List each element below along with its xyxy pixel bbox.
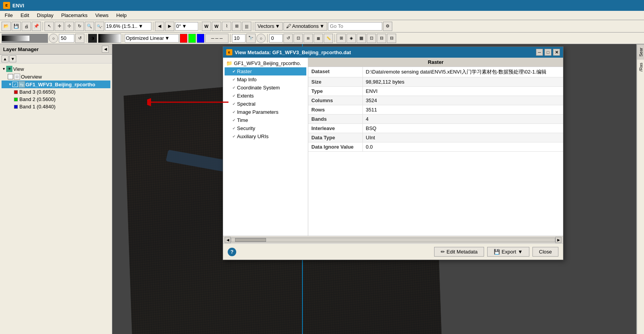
line-btn[interactable]: ⌇ <box>222 22 231 31</box>
goto-settings[interactable]: ⚙ <box>383 22 392 31</box>
auxiliaryuris-label: Auxiliary URIs <box>237 134 269 139</box>
dialog-maximize-btn[interactable]: □ <box>544 49 551 56</box>
color2-btn[interactable] <box>188 34 196 43</box>
rotation-dropdown[interactable]: 0° ▼ <box>175 22 198 31</box>
scroll-right-btn[interactable]: ▶ <box>555 237 562 243</box>
dialog-tree-mapinfo[interactable]: ✔ Map Info <box>225 75 306 84</box>
contrast-left[interactable]: ◑ <box>88 34 97 43</box>
brightness-slider-left[interactable] <box>2 34 48 43</box>
tree-node-gf1[interactable]: ▼ ✓ Rg GF1_WFV3_Beijing_rpcortho <box>2 81 110 88</box>
expand-view[interactable]: ▼ <box>2 67 6 71</box>
dialog-tree-imageparams[interactable]: ✔ Image Parameters <box>225 108 306 116</box>
close-button[interactable]: Close <box>532 247 558 257</box>
scroll-left-btn[interactable]: ◀ <box>225 237 231 243</box>
raster-field-key-3: Columns <box>308 96 362 105</box>
open-btn[interactable]: 📂 <box>2 22 11 31</box>
tree-node-overview[interactable]: □ Overview <box>2 73 110 81</box>
dialog-tree-coordsys[interactable]: ✔ Coordinate System <box>225 84 306 92</box>
gf1-checkbox[interactable]: ✓ <box>12 82 18 87</box>
save-btn[interactable]: 💾 <box>12 22 21 31</box>
dialog-close-btn[interactable]: ✕ <box>553 49 560 56</box>
zoom-fit-btn[interactable]: ⊡ <box>294 34 303 43</box>
prev-btn[interactable]: ◀ <box>155 22 164 31</box>
w-btn2[interactable]: W <box>212 22 221 31</box>
dialog-tree-security[interactable]: ✔ Security <box>225 124 306 132</box>
dialog-tree-raster[interactable]: ✔ Raster <box>225 67 306 75</box>
vectors-button[interactable]: Vectors ▼ <box>255 22 283 31</box>
layer-up-btn[interactable]: ▲ <box>2 55 9 62</box>
imageparams-label: Image Parameters <box>237 109 278 115</box>
contrast-slider[interactable] <box>98 34 121 43</box>
tree-node-view[interactable]: ▼ 👁 View <box>2 65 110 73</box>
print-btn[interactable]: 🖨 <box>22 22 31 31</box>
help-button[interactable]: ? <box>228 248 236 256</box>
refresh-display-btn[interactable]: ↺ <box>75 34 84 43</box>
dialog-tree-root[interactable]: 📁 GF1_WFV3_Beijing_rpcortho. <box>225 59 306 67</box>
band-btn[interactable]: ─ ─ ─ <box>205 34 228 43</box>
layer-down-btn[interactable]: ▼ <box>9 55 16 62</box>
dialog-tree-time[interactable]: ✔ Time <box>225 116 306 124</box>
raster-table: DatasetD:\Data\remote sensing data\ENVI5… <box>308 67 563 152</box>
next-btn[interactable]: ▶ <box>165 22 174 31</box>
band3-color <box>14 90 18 94</box>
nav-btn[interactable]: 🔭 <box>246 34 256 43</box>
annotations-button[interactable]: 🖊 Annotations ▼ <box>283 22 327 31</box>
toolbar2: ○ ↺ ◑ Optimized Linear ▼ ─ ─ ─ 🔭 ○ ↺ ⊡ ⊞… <box>0 33 644 44</box>
extra-btn6[interactable]: ⊟ <box>387 34 396 43</box>
zoom-dropdown[interactable]: 19.6% (1:5.1.. ▼ <box>105 22 151 31</box>
menu-edit[interactable]: Edit <box>17 12 32 19</box>
zoom-sel-btn[interactable]: ▦ <box>314 34 323 43</box>
scroll-track[interactable] <box>231 238 555 242</box>
value1-input[interactable] <box>232 34 246 43</box>
pan-btn[interactable]: ☩ <box>65 22 74 31</box>
pin-btn[interactable]: 📌 <box>32 22 41 31</box>
raster-field-key-8: Data Ignore Value <box>308 142 362 152</box>
zoom-in-btn[interactable]: 🔍 <box>85 22 94 31</box>
menu-help[interactable]: Help <box>113 12 130 19</box>
dialog-scrollbar[interactable]: ◀ ▶ <box>223 236 563 243</box>
expand-gf1[interactable]: ▼ <box>8 82 12 87</box>
scroll-thumb[interactable] <box>235 238 266 242</box>
zoom-out-btn[interactable]: 🔍- <box>95 22 104 31</box>
extra-btn2[interactable]: ◈ <box>347 34 356 43</box>
color1-btn[interactable] <box>180 34 187 43</box>
imageparams-icon: ✔ <box>232 110 235 114</box>
goto-input[interactable] <box>328 22 382 31</box>
crosshair-btn[interactable]: ✛ <box>55 22 64 31</box>
zoom-ext-btn[interactable]: ⊞ <box>304 34 313 43</box>
circle2-btn[interactable]: ○ <box>256 34 266 43</box>
export-button[interactable]: 💾 Export ▼ <box>487 247 529 257</box>
refresh2-btn[interactable]: ↺ <box>283 34 293 43</box>
dialog-tree-spectral[interactable]: ✔ Spectral <box>225 100 306 108</box>
grid-btn[interactable]: ⊞ <box>232 22 241 31</box>
cursor-btn[interactable]: ↖ <box>45 22 54 31</box>
layer-collapse-btn[interactable]: ◀ <box>102 46 109 53</box>
barcode-btn[interactable]: ||| <box>242 22 251 31</box>
dialog-tree-extents[interactable]: ✔ Extents <box>225 92 306 100</box>
menu-placemarks[interactable]: Placemarks <box>58 12 91 19</box>
menu-views[interactable]: Views <box>92 12 112 19</box>
refresh-btn[interactable]: ↻ <box>75 22 84 31</box>
zoom-ruler-btn[interactable]: 📏 <box>324 34 333 43</box>
raster-table-row: DatasetD:\Data\remote sensing data\ENVI5… <box>308 67 563 77</box>
tree-node-band1[interactable]: Band 1 (0.4840) <box>2 103 110 110</box>
tree-node-band2[interactable]: Band 2 (0.5600) <box>2 96 110 103</box>
stretch-dropdown[interactable]: Optimized Linear ▼ <box>125 34 179 43</box>
menu-display[interactable]: Display <box>34 12 57 19</box>
extra-btn5[interactable]: ⊟ <box>377 34 386 43</box>
menu-file[interactable]: File <box>2 12 16 19</box>
w-btn1[interactable]: W <box>202 22 211 31</box>
brightness-value[interactable] <box>59 34 74 43</box>
extra-btn4[interactable]: ⊡ <box>367 34 376 43</box>
dialog-minimize-btn[interactable]: ─ <box>536 49 543 56</box>
extra-btn1[interactable]: ⊞ <box>337 34 346 43</box>
value2-input[interactable] <box>269 34 283 43</box>
extra-btn3[interactable]: ▦ <box>357 34 366 43</box>
edit-metadata-button[interactable]: ✏ Edit Metadata <box>434 247 484 257</box>
circle-btn[interactable]: ○ <box>49 34 58 43</box>
raster-field-value-0: D:\Data\remote sensing data\ENVI5.xENVI入… <box>362 67 563 77</box>
overview-checkbox[interactable] <box>8 74 13 79</box>
dialog-tree-auxiliaryuris[interactable]: ✔ Auxiliary URIs <box>225 132 306 140</box>
color3-btn[interactable] <box>197 34 204 43</box>
tree-node-band3[interactable]: Band 3 (0.6650) <box>2 88 110 96</box>
